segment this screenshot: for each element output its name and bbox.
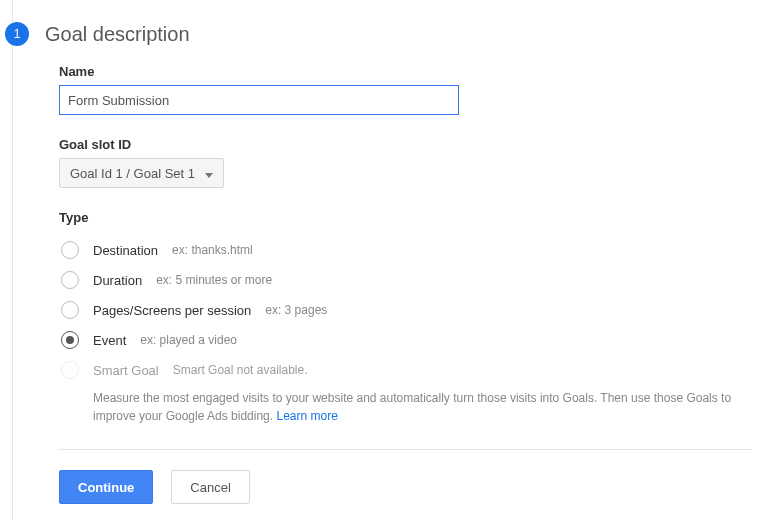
option-label: Destination xyxy=(93,243,158,258)
smart-goal-desc-text: Measure the most engaged visits to your … xyxy=(93,391,731,423)
slot-dropdown[interactable]: Goal Id 1 / Goal Set 1 xyxy=(59,158,224,188)
radio-option-duration[interactable]: Duration ex: 5 minutes or more xyxy=(61,265,752,295)
continue-button[interactable]: Continue xyxy=(59,470,153,504)
cancel-button[interactable]: Cancel xyxy=(171,470,249,504)
form-body: Name Goal slot ID Goal Id 1 / Goal Set 1… xyxy=(29,64,752,425)
step-title: Goal description xyxy=(45,23,190,46)
option-example: ex: played a video xyxy=(140,333,237,347)
radio-option-smart: Smart Goal Smart Goal not available. xyxy=(61,355,752,385)
radio-icon xyxy=(61,301,79,319)
name-input[interactable] xyxy=(59,85,459,115)
option-label: Duration xyxy=(93,273,142,288)
option-label: Event xyxy=(93,333,126,348)
name-section: Name xyxy=(59,64,752,115)
radio-icon xyxy=(61,331,79,349)
option-label: Smart Goal xyxy=(93,363,159,378)
radio-option-pages[interactable]: Pages/Screens per session ex: 3 pages xyxy=(61,295,752,325)
type-label: Type xyxy=(59,210,752,225)
radio-icon xyxy=(61,271,79,289)
slot-selected-value: Goal Id 1 / Goal Set 1 xyxy=(70,166,195,181)
slot-section: Goal slot ID Goal Id 1 / Goal Set 1 xyxy=(59,137,752,188)
step-number-badge: 1 xyxy=(5,22,29,46)
radio-option-event[interactable]: Event ex: played a video xyxy=(61,325,752,355)
radio-icon xyxy=(61,241,79,259)
chevron-down-icon xyxy=(205,166,213,181)
option-example: ex: thanks.html xyxy=(172,243,253,257)
action-bar: Continue Cancel xyxy=(29,470,752,504)
option-example: ex: 3 pages xyxy=(265,303,327,317)
option-example: ex: 5 minutes or more xyxy=(156,273,272,287)
radio-option-destination[interactable]: Destination ex: thanks.html xyxy=(61,235,752,265)
name-label: Name xyxy=(59,64,752,79)
smart-goal-description: Measure the most engaged visits to your … xyxy=(93,389,733,425)
slot-label: Goal slot ID xyxy=(59,137,752,152)
step-header: 1 Goal description xyxy=(23,22,752,46)
goal-description-section: 1 Goal description Name Goal slot ID Goa… xyxy=(12,0,768,520)
option-label: Pages/Screens per session xyxy=(93,303,251,318)
type-section: Type Destination ex: thanks.html Duratio… xyxy=(59,210,752,425)
learn-more-link[interactable]: Learn more xyxy=(276,409,337,423)
divider xyxy=(59,449,752,450)
option-example: Smart Goal not available. xyxy=(173,363,308,377)
radio-icon xyxy=(61,361,79,379)
